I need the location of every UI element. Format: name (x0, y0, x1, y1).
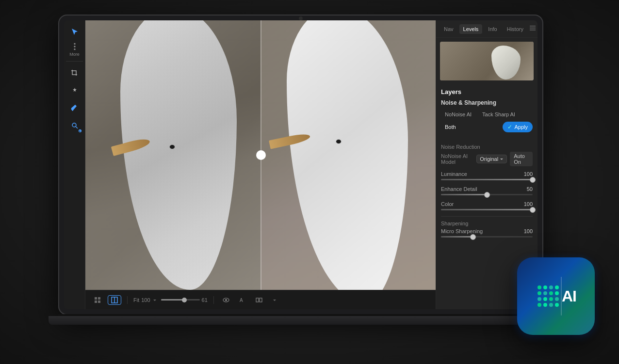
scene: More + (0, 0, 619, 364)
color-value: 100 (524, 201, 533, 207)
zoom-slider[interactable] (161, 299, 200, 301)
dot-6 (543, 291, 547, 295)
svg-rect-8 (98, 301, 100, 303)
enhance-detail-track[interactable] (441, 194, 533, 195)
dot-10 (543, 297, 547, 301)
ai-dots-grid (536, 284, 561, 309)
luminance-track[interactable] (441, 179, 533, 180)
svg-text:A: A (240, 298, 243, 303)
dot-11 (549, 297, 553, 301)
micro-sharpening-slider-row: Micro Sharpening 100 (441, 228, 533, 237)
svg-point-2 (74, 48, 75, 50)
compare-view-btn[interactable] (108, 295, 121, 305)
divider-handle[interactable] (256, 150, 266, 160)
image-area (85, 20, 436, 290)
dot-13 (538, 303, 541, 307)
tool-zoom[interactable]: + (67, 118, 82, 133)
micro-sharpening-fill (441, 236, 473, 237)
panel-menu-icon[interactable] (529, 25, 536, 33)
dot-4 (555, 285, 559, 289)
tool-cursor[interactable] (67, 24, 82, 40)
tab-history[interactable]: History (503, 24, 527, 34)
color-label: Color (441, 201, 454, 207)
grid-view-btn[interactable] (91, 296, 104, 304)
color-track[interactable] (441, 209, 533, 210)
toggle-nonoise[interactable]: NoNoise AI (441, 110, 475, 119)
luminance-value: 100 (524, 171, 533, 177)
laptop-body: More + (58, 15, 543, 330)
dot-12 (555, 297, 559, 301)
laptop-screen-inner: More + (64, 20, 538, 309)
camera-notch (299, 16, 303, 20)
dot-15 (549, 303, 553, 307)
dot-2 (543, 285, 547, 289)
fit-label: Fit (133, 297, 139, 303)
enhance-detail-slider-row: Enhance Detail 50 (441, 186, 533, 195)
tab-nav[interactable]: Nav (440, 24, 457, 34)
split-divider[interactable] (261, 20, 261, 290)
toolbar-left: More + (64, 20, 85, 309)
micro-sharpening-handle[interactable] (470, 234, 476, 240)
section-divider (441, 216, 533, 217)
zoom-slider-container[interactable]: 61 (161, 297, 208, 303)
sharpening-title: Sharpening (441, 221, 533, 226)
main-content: Fit 100 61 (85, 20, 436, 309)
svg-rect-15 (260, 298, 262, 302)
dot-14 (543, 303, 547, 307)
eye-view-btn[interactable] (220, 296, 232, 304)
micro-sharpening-value: 100 (524, 228, 533, 234)
compare-icon-btn[interactable] (253, 296, 265, 304)
panel-thumbnail (436, 38, 538, 84)
ai-app-icon: AI (517, 257, 595, 335)
model-row: NoNoise AI Model Original Auto On (441, 152, 533, 166)
svg-rect-14 (256, 298, 259, 302)
color-header: Color 100 (441, 201, 533, 207)
toggle-both[interactable]: Both (441, 123, 460, 131)
color-slider-row: Color 100 (441, 201, 533, 210)
tab-levels[interactable]: Levels (459, 24, 483, 34)
model-value: Original (480, 156, 498, 162)
luminance-fill (441, 179, 533, 180)
luminance-handle[interactable] (530, 177, 536, 183)
apply-button[interactable]: ✓ Apply (503, 122, 533, 132)
toggle-group: NoNoise AI Tack Sharp AI Both ✓ Apply (441, 110, 533, 132)
dot-8 (555, 291, 559, 295)
tool-brush[interactable] (67, 100, 82, 116)
tool-crop[interactable] (67, 65, 82, 81)
thumbnail-image (440, 42, 534, 80)
svg-rect-6 (98, 297, 100, 300)
color-fill (441, 209, 533, 210)
apply-check-icon: ✓ (507, 124, 512, 130)
zoom-fill (161, 299, 184, 301)
enhance-detail-label: Enhance Detail (441, 186, 477, 192)
layers-title: Layers (441, 88, 533, 95)
color-handle[interactable] (530, 207, 536, 213)
dot-3 (549, 285, 553, 289)
micro-sharpening-track[interactable] (441, 236, 533, 237)
luminance-label: Luminance (441, 171, 467, 177)
ai-icon-background: AI (517, 257, 595, 335)
luminance-slider-row: Luminance 100 (441, 171, 533, 180)
svg-rect-18 (530, 30, 536, 31)
panel-tabs: Nav Levels Info History (436, 20, 538, 38)
apply-label: Apply (514, 124, 528, 130)
micro-sharpening-label: Micro Sharpening (441, 228, 483, 234)
zoom-handle[interactable] (182, 298, 187, 302)
tab-info[interactable]: Info (484, 24, 501, 34)
zoom-number: 61 (202, 297, 208, 303)
noise-sharpening-title: Noise & Sharpening (441, 99, 533, 106)
chevron-btn[interactable] (269, 297, 280, 303)
tool-more[interactable]: More (67, 42, 82, 57)
dot-9 (538, 297, 541, 301)
more-label: More (69, 52, 80, 57)
luminance-header: Luminance 100 (441, 171, 533, 177)
image-left-noisy (85, 20, 261, 290)
tool-retouch[interactable] (67, 83, 82, 98)
auto-btn[interactable]: Auto On (510, 152, 533, 166)
enhance-detail-handle[interactable] (484, 192, 490, 198)
mask-view-btn[interactable]: A (236, 296, 249, 304)
svg-rect-5 (95, 297, 97, 300)
svg-rect-16 (530, 26, 536, 27)
model-select[interactable]: Original (476, 155, 507, 163)
toggle-tacksharp[interactable]: Tack Sharp AI (478, 110, 519, 119)
